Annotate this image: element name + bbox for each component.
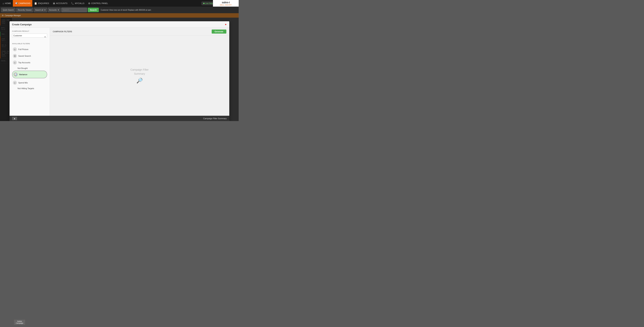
modal-overlay: Create Campaign ● CAMPAIGN RESULT Custom…: [0, 17, 239, 121]
left-panel: CAMPAIGN RESULT Customer Product ▼ AVAIL…: [10, 28, 50, 116]
full-picture-icon: ◎: [13, 47, 17, 51]
breadcrumb-icon: ⚙: [2, 14, 4, 17]
recently-viewed-button[interactable]: Recently Viewed: [16, 8, 33, 12]
campaign-result-select-wrapper: Customer Product ▼: [12, 33, 47, 40]
control-panel-icon: ⚙: [88, 2, 90, 5]
filter-not-hitting-targets[interactable]: Not Hitting Targets: [12, 86, 47, 91]
breadcrumb-bar: ⚙ Campaign Manager: [0, 13, 239, 17]
variance-icon: 📊: [14, 72, 18, 76]
filter-summary-area: Campaign Filter Summary 🔎: [50, 35, 229, 116]
nav-campaigns[interactable]: 📢 CAMPAIGNS: [13, 0, 32, 6]
campaign-result-label: CAMPAIGN RESULT: [12, 30, 47, 32]
toolbar: Quick Search Recently Viewed Search all …: [0, 6, 239, 13]
filter-top-accounts[interactable]: ◎ Top Accounts: [12, 59, 47, 66]
filter-spend-mix[interactable]: ◎ Spend Mix: [12, 79, 47, 86]
available-filters-label: AVAILABLE FILTERS: [12, 43, 47, 44]
top-accounts-icon: ◎: [13, 60, 17, 64]
footer-arrow-button[interactable]: ▲: [12, 117, 17, 120]
modal-header: Create Campaign ●: [10, 21, 229, 28]
filter-list: ◎ Full Picture 🏛 Saved Search ◎ Top Acco…: [12, 46, 47, 91]
modal-body: CAMPAIGN RESULT Customer Product ▼ AVAIL…: [10, 28, 229, 116]
generate-button[interactable]: Generate: [212, 29, 226, 33]
modal-footer: ▲ Campaign Filter Summary: [10, 116, 229, 121]
filter-not-bought[interactable]: Not Bought: [12, 66, 47, 71]
accounts-icon: 🏛: [53, 2, 55, 5]
filter-full-picture[interactable]: ◎ Full Picture: [12, 46, 47, 53]
toolbar-info-text: Customer View now out of stock! Replace …: [100, 9, 151, 11]
right-panel: CAMPAIGN FILTERS Generate Campaign Filte…: [50, 28, 229, 116]
nav-control-panel[interactable]: ⚙ CONTROL PANEL: [86, 0, 110, 6]
logo-area: sales-i SELL SMART: [213, 0, 239, 6]
search-button[interactable]: Search: [88, 8, 99, 12]
footer-label: Campaign Filter Summary: [203, 117, 227, 120]
create-campaign-modal: Create Campaign ● CAMPAIGN RESULT Custom…: [10, 21, 229, 121]
mycalls-icon: 📞: [71, 2, 74, 5]
accounts-dropdown[interactable]: Accounts ▼: [48, 8, 60, 12]
filter-saved-search[interactable]: 🏛 Saved Search: [12, 53, 47, 59]
main-layout: custo... last 3 mont... Today All Pr... …: [0, 17, 239, 121]
filter-variance[interactable]: 📊 Variance: [12, 71, 47, 78]
live-status-dot: [203, 3, 204, 4]
filter-summary-icon: 🔎: [136, 78, 143, 84]
right-panel-header: CAMPAIGN FILTERS Generate: [50, 28, 229, 35]
campaign-result-select[interactable]: Customer Product: [12, 33, 47, 38]
campaign-filters-title: CAMPAIGN FILTERS: [53, 31, 72, 33]
breadcrumb-text: Campaign Manager: [5, 14, 21, 16]
modal-title: Create Campaign: [12, 23, 32, 26]
enquiries-icon: 📋: [34, 2, 37, 5]
home-icon: ⌂: [2, 2, 4, 5]
nav-mycalls[interactable]: 📞 MYCALLS: [69, 0, 86, 6]
nav-enquiries[interactable]: 📋 ENQUIRIES: [32, 0, 51, 6]
saved-search-icon: 🏛: [13, 54, 17, 58]
modal-close-button[interactable]: ●: [225, 23, 227, 26]
nav-accounts[interactable]: 🏛 ACCOUNTS: [51, 0, 70, 6]
search-input[interactable]: [61, 8, 87, 12]
top-navigation: ⌂ HOME 📢 CAMPAIGNS 📋 ENQUIRIES 🏛 ACCOUNT…: [0, 0, 239, 6]
filter-summary-text: Campaign Filter Summary: [130, 68, 149, 76]
search-all-dropdown[interactable]: Search all ▼: [34, 8, 47, 12]
quick-search-button[interactable]: Quick Search: [1, 8, 16, 12]
nav-home[interactable]: ⌂ HOME: [1, 0, 13, 6]
spend-mix-icon: ◎: [13, 81, 17, 85]
campaigns-icon: 📢: [15, 2, 18, 5]
